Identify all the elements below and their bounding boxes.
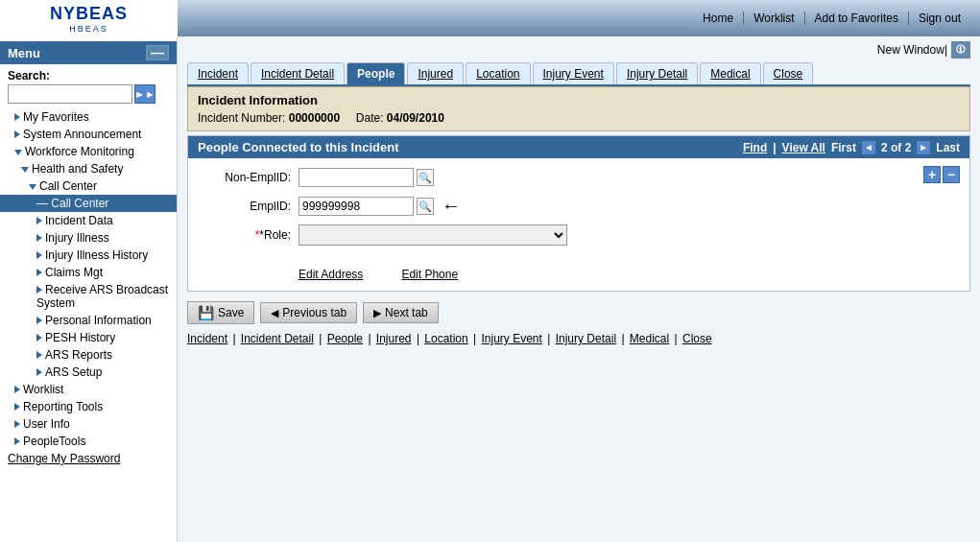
prev-tab-icon: ◀	[271, 307, 278, 319]
form-area: + − Non-EmplID: 🔍 EmplID: 🔍 ←	[188, 158, 969, 263]
sidebar-item-peopletools[interactable]: PeopleTools	[0, 433, 177, 450]
emplid-label: EmplID:	[203, 200, 299, 213]
tab-people[interactable]: People	[347, 62, 405, 84]
people-section: People Connected to this Incident Find |…	[187, 135, 970, 292]
sidebar-item-call-center-active[interactable]: — Call Center	[0, 195, 177, 212]
add-remove-buttons: + −	[923, 166, 960, 183]
sidebar-item-injury-illness[interactable]: Injury Illness	[0, 229, 177, 247]
find-link[interactable]: Find	[743, 141, 767, 154]
new-window-link[interactable]: New Window	[877, 43, 944, 57]
remove-row-button[interactable]: −	[943, 166, 960, 183]
content-area: New Window | 🛈 Incident Incident Detail …	[178, 36, 980, 542]
incident-info-row: Incident Number: 00000000 Date: 04/09/20…	[198, 111, 960, 125]
sidebar-title: Menu —	[0, 41, 177, 64]
edit-phone-link[interactable]: Edit Phone	[401, 268, 458, 281]
bottom-link-incident[interactable]: Incident	[187, 332, 227, 345]
tabs-bar: Incident Incident Detail People Injured …	[187, 62, 970, 86]
logo-area: NYBEAS HBEAS	[0, 0, 178, 36]
sidebar-item-incident-data[interactable]: Incident Data	[0, 212, 177, 229]
sidebar-item-my-favorites[interactable]: My Favorites	[0, 108, 177, 126]
bottom-nav: Incident | Incident Detail | People | In…	[187, 332, 970, 345]
content-top-bar: New Window | 🛈	[187, 41, 970, 59]
emplid-search-icon[interactable]: 🔍	[417, 198, 434, 215]
sidebar-item-worklist[interactable]: Worklist	[0, 381, 177, 398]
save-icon: 💾	[198, 305, 214, 320]
top-nav: Home Worklist Add to Favorites Sign out	[693, 12, 970, 25]
previous-tab-button[interactable]: ◀ Previous tab	[260, 302, 357, 323]
sidebar-item-call-center-group[interactable]: Call Center	[0, 177, 177, 195]
next-tab-label: Next tab	[385, 306, 428, 319]
emplid-row: EmplID: 🔍 ←	[203, 195, 955, 217]
first-label: First	[831, 141, 856, 154]
bottom-link-people[interactable]: People	[327, 332, 363, 345]
sidebar-title-text: Menu	[8, 46, 40, 60]
sign-out-link[interactable]: Sign out	[909, 12, 970, 25]
bottom-link-injury-event[interactable]: Injury Event	[482, 332, 542, 345]
role-row: **Role:	[203, 224, 955, 246]
logo-text: NYBEAS	[50, 4, 128, 24]
top-header: Home Worklist Add to Favorites Sign out	[178, 0, 980, 36]
help-icon[interactable]: 🛈	[951, 41, 970, 59]
sidebar-item-workforce-monitoring[interactable]: Workforce Monitoring	[0, 143, 177, 160]
role-select[interactable]	[299, 224, 567, 246]
sidebar-item-claims-mgt[interactable]: Claims Mgt	[0, 264, 177, 281]
bottom-buttons: 💾 Save ◀ Previous tab ▶ Next tab	[187, 301, 970, 324]
sidebar-minimize-button[interactable]: —	[146, 45, 169, 60]
sidebar-item-system-announcement[interactable]: System Announcement	[0, 126, 177, 143]
incident-date-value: 04/09/2010	[387, 111, 444, 125]
people-header: People Connected to this Incident Find |…	[188, 136, 969, 158]
bottom-link-incident-detail[interactable]: Incident Detail	[241, 332, 314, 345]
add-row-button[interactable]: +	[923, 166, 941, 183]
tab-location[interactable]: Location	[466, 62, 530, 84]
next-tab-button[interactable]: ▶ Next tab	[363, 302, 439, 323]
search-label: Search:	[8, 69, 169, 82]
non-emplid-input[interactable]	[299, 168, 414, 187]
bottom-link-location[interactable]: Location	[424, 332, 467, 345]
worklist-link[interactable]: Worklist	[744, 12, 804, 25]
home-link[interactable]: Home	[693, 12, 744, 25]
add-to-favorites-link[interactable]: Add to Favorites	[805, 12, 909, 25]
tab-close[interactable]: Close	[763, 62, 814, 84]
non-emplid-row: Non-EmplID: 🔍	[203, 168, 955, 187]
prev-page-button[interactable]: ◄	[862, 141, 875, 154]
sidebar-item-user-info[interactable]: User Info	[0, 415, 177, 433]
change-password-link[interactable]: Change My Password	[0, 450, 177, 467]
incident-info-box: Incident Information Incident Number: 00…	[187, 86, 970, 131]
search-button[interactable]: ►►	[134, 84, 155, 104]
search-area: Search: ►►	[0, 64, 177, 108]
sidebar-item-ars-setup[interactable]: ARS Setup	[0, 364, 177, 381]
search-input[interactable]	[8, 84, 132, 104]
edit-address-link[interactable]: Edit Address	[299, 268, 363, 281]
tab-incident[interactable]: Incident	[187, 62, 249, 84]
edit-links: Edit Address Edit Phone	[188, 263, 969, 291]
bottom-link-injury-detail[interactable]: Injury Detail	[556, 332, 616, 345]
incident-info-title: Incident Information	[198, 93, 960, 107]
page-info: 2 of 2	[881, 141, 911, 154]
sidebar-item-pesh-history[interactable]: PESH History	[0, 329, 177, 346]
save-button[interactable]: 💾 Save	[187, 301, 254, 324]
sidebar-item-injury-illness-history[interactable]: Injury Illness History	[0, 247, 177, 264]
tab-injury-event[interactable]: Injury Event	[533, 62, 614, 84]
sidebar-item-receive-ars[interactable]: Receive ARS Broadcast System	[0, 281, 177, 312]
non-emplid-search-icon[interactable]: 🔍	[417, 169, 434, 186]
save-label: Save	[218, 306, 244, 319]
bottom-link-injured[interactable]: Injured	[376, 332, 412, 345]
previous-tab-label: Previous tab	[282, 306, 347, 319]
sidebar-item-reporting-tools[interactable]: Reporting Tools	[0, 398, 177, 415]
tab-incident-detail[interactable]: Incident Detail	[251, 62, 345, 84]
tab-medical[interactable]: Medical	[700, 62, 760, 84]
role-label: **Role:	[203, 228, 299, 242]
view-all-link[interactable]: View All	[782, 141, 825, 154]
arrow-annotation: ←	[442, 195, 461, 217]
sidebar-item-health-safety[interactable]: Health and Safety	[0, 160, 177, 177]
next-page-button[interactable]: ►	[917, 141, 930, 154]
sidebar-item-ars-reports[interactable]: ARS Reports	[0, 346, 177, 364]
tab-injured[interactable]: Injured	[407, 62, 464, 84]
bottom-link-close[interactable]: Close	[682, 332, 712, 345]
emplid-input[interactable]	[299, 197, 414, 216]
tab-injury-detail[interactable]: Injury Detail	[616, 62, 698, 84]
people-nav: Find | View All First ◄ 2 of 2 ► Last	[743, 141, 960, 154]
bottom-link-medical[interactable]: Medical	[630, 332, 669, 345]
last-label: Last	[936, 141, 960, 154]
sidebar-item-personal-information[interactable]: Personal Information	[0, 312, 177, 329]
